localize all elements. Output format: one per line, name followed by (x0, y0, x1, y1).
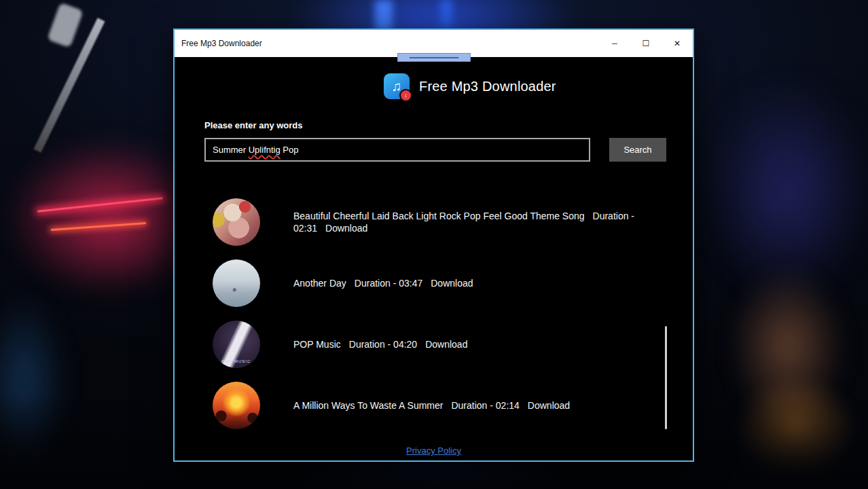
result-title: POP Music (293, 339, 341, 350)
result-title: Another Day (293, 278, 346, 289)
download-link[interactable]: Download (431, 278, 473, 289)
download-badge-icon: ↓ (399, 89, 412, 102)
maximize-icon: ☐ (643, 39, 650, 48)
bg-guitarist-silhouette (730, 268, 846, 424)
footer: Privacy Policy (175, 446, 693, 456)
result-row: Another DayDuration - 03:47Download (213, 259, 661, 307)
thumb-caption: POP MUSIC (213, 359, 260, 363)
titlebar-reveal-handle[interactable] (397, 53, 471, 62)
app-logo-icon: ♫ ↓ (384, 73, 410, 99)
result-duration: Duration - 04:20 (349, 339, 417, 350)
bg-neon-tube (37, 197, 162, 212)
microphone-photo: POP MUSIC (213, 321, 260, 368)
close-icon: ✕ (674, 39, 681, 48)
search-text-misspelled: Uplifntig (249, 145, 281, 155)
minimize-button[interactable]: ─ (599, 30, 630, 57)
app-title: Free Mp3 Downloader (419, 79, 556, 94)
bg-light-beam (375, 0, 393, 31)
result-row: A Million Ways To Waste A SummerDuration… (213, 382, 661, 429)
search-text: Summer (213, 145, 249, 155)
results-list: Beautiful Cheerful Laid Back Light Rock … (213, 198, 661, 443)
bg-guitar-headstock (47, 3, 84, 48)
search-text: Pop (281, 145, 299, 155)
search-label: Please enter any words (204, 120, 303, 130)
app-header: ♫ ↓ Free Mp3 Downloader (384, 73, 556, 99)
result-row: Beautiful Cheerful Laid Back Light Rock … (213, 198, 661, 246)
app-content: ♫ ↓ Free Mp3 Downloader Please enter any… (175, 57, 693, 460)
app-window: Free Mp3 Downloader ─ ☐ ✕ ♫ ↓ Free Mp3 D… (173, 29, 694, 462)
sunset-palms-photo (213, 382, 260, 429)
download-link[interactable]: Download (528, 400, 570, 411)
result-text: Another DayDuration - 03:47Download (293, 277, 638, 289)
result-text: POP MusicDuration - 04:20Download (293, 338, 638, 350)
result-title: Beautiful Cheerful Laid Back Light Rock … (293, 211, 585, 221)
result-text: A Million Ways To Waste A SummerDuration… (293, 399, 638, 412)
bg-acoustic-guitar (737, 377, 856, 479)
download-link[interactable]: Download (425, 339, 467, 350)
window-controls: ─ ☐ ✕ (599, 30, 693, 57)
bg-keyboard-glow (0, 292, 68, 469)
window-title: Free Mp3 Downloader (175, 39, 262, 48)
misty-beach-photo (213, 259, 260, 307)
results-scrollbar[interactable] (665, 326, 667, 429)
bg-neon-tube (51, 222, 146, 231)
pinup-woman-photo (213, 198, 260, 246)
result-duration: Duration - 02:14 (451, 400, 519, 411)
bg-purple-haze (706, 82, 868, 299)
bg-guitar-neck (33, 18, 105, 153)
download-link[interactable]: Download (325, 223, 367, 234)
close-button[interactable]: ✕ (662, 30, 693, 57)
result-title: A Million Ways To Waste A Summer (293, 400, 443, 411)
bg-light-beam (440, 0, 452, 27)
result-duration: Duration - 03:47 (355, 278, 422, 289)
search-button[interactable]: Search (609, 138, 666, 162)
result-row: POP MUSIC POP MusicDuration - 04:20Downl… (213, 321, 661, 368)
maximize-button[interactable]: ☐ (630, 30, 662, 57)
search-input[interactable]: Summer Uplifntig Pop (204, 138, 590, 162)
drag-handle-line (410, 57, 458, 58)
privacy-policy-link[interactable]: Privacy Policy (406, 446, 461, 456)
result-text: Beautiful Cheerful Laid Back Light Rock … (293, 210, 638, 235)
minimize-icon: ─ (612, 39, 617, 48)
desktop-background: Free Mp3 Downloader ─ ☐ ✕ ♫ ↓ Free Mp3 D… (0, 0, 868, 489)
